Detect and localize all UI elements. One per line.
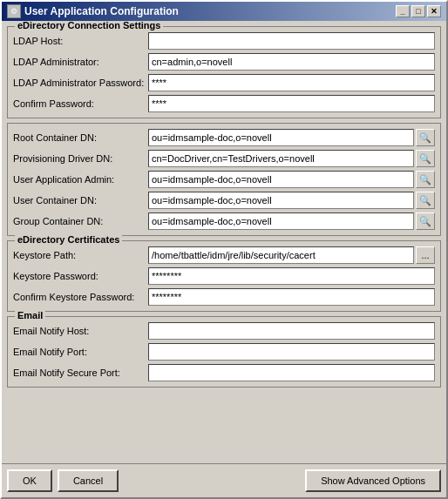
- root-container-dn-row: Root Container DN: 🔍: [13, 129, 435, 146]
- ldap-admin-label: LDAP Administrator:: [13, 57, 148, 67]
- user-container-dn-input-wrap: 🔍: [148, 192, 435, 209]
- email-notify-host-input[interactable]: [148, 322, 435, 340]
- provisioning-driver-dn-input[interactable]: [148, 150, 414, 167]
- email-notify-host-input-wrap: [148, 322, 435, 340]
- ok-button[interactable]: OK: [7, 469, 52, 492]
- user-container-dn-row: User Container DN: 🔍: [13, 192, 435, 209]
- confirm-password-label: Confirm Password:: [13, 98, 148, 109]
- user-app-admin-label: User Application Admin:: [13, 174, 148, 185]
- confirm-keystore-password-label: Confirm Keystore Password:: [13, 292, 148, 302]
- email-notify-secure-port-input-wrap: [148, 364, 435, 381]
- ldap-host-row: LDAP Host:: [13, 32, 435, 50]
- user-container-dn-input[interactable]: [148, 192, 414, 209]
- keystore-password-input[interactable]: [148, 267, 435, 285]
- email-notify-secure-port-label: Email Notify Secure Port:: [13, 368, 148, 378]
- dn-settings-group: Root Container DN: 🔍 Provisioning Driver…: [7, 123, 441, 236]
- confirm-keystore-password-row: Confirm Keystore Password:: [13, 288, 435, 306]
- ldap-admin-password-row: LDAP Administrator Password:: [13, 74, 435, 91]
- keystore-path-label: Keystore Path:: [13, 250, 148, 260]
- email-notify-port-label: Email Notify Port:: [13, 347, 148, 357]
- email-group-label: Email: [15, 310, 45, 320]
- confirm-password-input-wrap: [148, 95, 435, 112]
- email-notify-secure-port-input[interactable]: [148, 364, 435, 381]
- ldap-admin-input[interactable]: [148, 53, 435, 71]
- window-title: User Application Configuration: [24, 5, 179, 17]
- title-bar-left: ⚙ User Application Configuration: [7, 4, 179, 18]
- confirm-keystore-password-input-wrap: [148, 288, 435, 306]
- email-group: Email Email Notify Host: Email Notify Po…: [7, 316, 441, 388]
- ldap-host-input[interactable]: [148, 32, 435, 50]
- keystore-path-input[interactable]: [148, 246, 414, 264]
- user-app-admin-input-wrap: 🔍: [148, 171, 435, 188]
- user-app-admin-row: User Application Admin: 🔍: [13, 171, 435, 188]
- email-notify-secure-port-row: Email Notify Secure Port:: [13, 364, 435, 381]
- root-container-dn-input-wrap: 🔍: [148, 129, 435, 146]
- root-container-dn-label: Root Container DN:: [13, 132, 148, 143]
- group-container-dn-input[interactable]: [148, 212, 414, 230]
- content-area: eDirectory Connection Settings LDAP Host…: [2, 21, 446, 463]
- user-container-dn-label: User Container DN:: [13, 195, 148, 206]
- root-container-dn-browse-btn[interactable]: 🔍: [416, 129, 435, 146]
- keystore-password-label: Keystore Password:: [13, 271, 148, 281]
- keystore-password-input-wrap: [148, 267, 435, 285]
- keystore-path-input-wrap: ...: [148, 246, 435, 264]
- provisioning-driver-dn-label: Provisioning Driver DN:: [13, 153, 148, 164]
- title-bar: ⚙ User Application Configuration _ □ ✕: [2, 2, 446, 21]
- group-container-dn-row: Group Container DN: 🔍: [13, 212, 435, 230]
- ldap-host-input-wrap: [148, 32, 435, 50]
- email-notify-host-label: Email Notify Host:: [13, 326, 148, 336]
- user-app-admin-input[interactable]: [148, 171, 414, 188]
- user-container-dn-browse-btn[interactable]: 🔍: [416, 192, 435, 209]
- minimize-button[interactable]: _: [396, 5, 410, 17]
- edirectory-connection-group: eDirectory Connection Settings LDAP Host…: [7, 26, 441, 118]
- user-app-admin-browse-btn[interactable]: 🔍: [416, 171, 435, 188]
- provisioning-driver-dn-input-wrap: 🔍: [148, 150, 435, 167]
- ldap-host-label: LDAP Host:: [13, 36, 148, 46]
- edirectory-connection-label: eDirectory Connection Settings: [15, 21, 163, 30]
- keystore-password-row: Keystore Password:: [13, 267, 435, 285]
- title-controls: _ □ ✕: [396, 5, 441, 17]
- maximize-button[interactable]: □: [411, 5, 425, 17]
- bottom-bar: OK Cancel Show Advanced Options: [2, 463, 446, 497]
- email-notify-host-row: Email Notify Host:: [13, 322, 435, 340]
- group-container-dn-browse-btn[interactable]: 🔍: [416, 212, 435, 230]
- ldap-admin-password-input-wrap: [148, 74, 435, 91]
- confirm-password-input[interactable]: [148, 95, 435, 112]
- edirectory-certs-label: eDirectory Certificates: [15, 234, 122, 245]
- ldap-admin-password-input[interactable]: [148, 74, 435, 91]
- confirm-password-row: Confirm Password:: [13, 95, 435, 112]
- provisioning-driver-dn-row: Provisioning Driver DN: 🔍: [13, 150, 435, 167]
- email-notify-port-input-wrap: [148, 343, 435, 361]
- keystore-path-browse-btn[interactable]: ...: [416, 246, 435, 264]
- provisioning-driver-dn-browse-btn[interactable]: 🔍: [416, 150, 435, 167]
- window-icon: ⚙: [7, 4, 21, 18]
- advanced-options-button[interactable]: Show Advanced Options: [305, 469, 441, 492]
- ldap-admin-input-wrap: [148, 53, 435, 71]
- close-button[interactable]: ✕: [427, 5, 441, 17]
- group-container-dn-label: Group Container DN:: [13, 216, 148, 226]
- email-notify-port-row: Email Notify Port:: [13, 343, 435, 361]
- email-notify-port-input[interactable]: [148, 343, 435, 361]
- ldap-admin-row: LDAP Administrator:: [13, 53, 435, 71]
- keystore-path-row: Keystore Path: ...: [13, 246, 435, 264]
- edirectory-certs-group: eDirectory Certificates Keystore Path: .…: [7, 240, 441, 312]
- cancel-button[interactable]: Cancel: [58, 469, 119, 492]
- root-container-dn-input[interactable]: [148, 129, 414, 146]
- group-container-dn-input-wrap: 🔍: [148, 212, 435, 230]
- confirm-keystore-password-input[interactable]: [148, 288, 435, 306]
- main-window: ⚙ User Application Configuration _ □ ✕ e…: [0, 0, 448, 499]
- ldap-admin-password-label: LDAP Administrator Password:: [13, 78, 148, 88]
